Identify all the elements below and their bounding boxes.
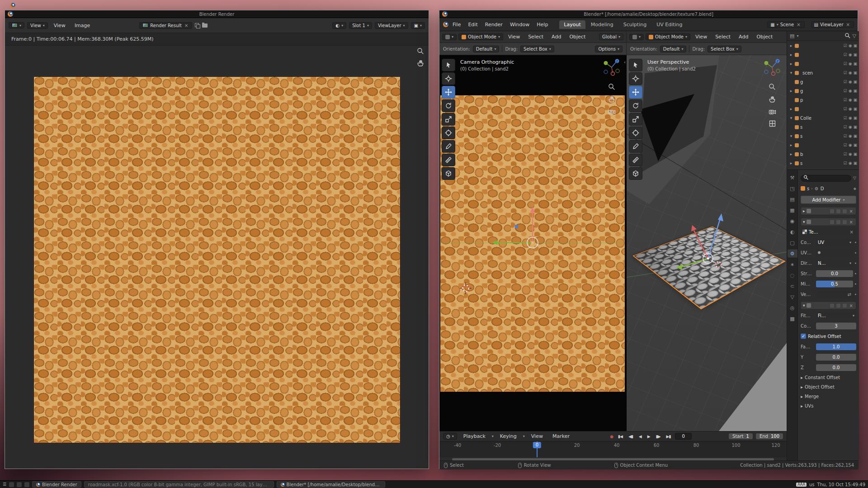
add-modifier-button[interactable]: Add Modifier ▾ — [801, 196, 856, 204]
uv-map-selector[interactable] — [816, 249, 853, 256]
animate-dot[interactable] — [855, 273, 856, 274]
scale-tool[interactable] — [442, 113, 455, 126]
checkbox-icon[interactable]: ☑ — [844, 152, 847, 156]
filter-icon[interactable]: ▽ — [853, 33, 856, 39]
taskbar-window-blender-main[interactable]: Blender* [/home/amalie/Desktop/blender/t… — [277, 481, 385, 488]
texture-selector[interactable]: Te… × — [801, 229, 856, 235]
outliner-row[interactable]: ▸ ☑ ◉ ▣ — [787, 41, 859, 50]
expander-icon[interactable]: ▾ — [789, 116, 793, 120]
menu-marker[interactable]: Marker — [549, 433, 573, 439]
editor-type-button[interactable]: ▾ — [9, 22, 24, 28]
vertex-group-selector[interactable]: ⇄ — [816, 291, 853, 298]
camera-view-icon[interactable] — [769, 108, 776, 116]
properties-tab[interactable]: ▩ — [788, 314, 797, 323]
drag-dropdown[interactable]: Select Box ▾ — [708, 46, 741, 52]
move-tool[interactable] — [442, 86, 455, 99]
input-indicator[interactable]: AAA — [796, 483, 807, 487]
transform-tool[interactable] — [442, 127, 455, 139]
render-visibility-icon[interactable]: ▣ — [853, 107, 857, 111]
taskbar-app-icon[interactable] — [17, 482, 22, 487]
expand-icon[interactable]: ▸ — [803, 209, 805, 213]
merge-section[interactable]: ▸ Merge — [801, 393, 856, 400]
image-canvas[interactable] — [5, 46, 429, 469]
collapse-icon[interactable]: ▾ — [803, 303, 805, 308]
fit-type-dropdown[interactable]: Fi… ▾ — [816, 312, 856, 319]
viewport-camera[interactable]: Camera Orthographic (0) Collection | san… — [439, 55, 627, 431]
menu-view[interactable]: View — [692, 34, 710, 40]
expander-icon[interactable]: ▸ — [789, 143, 793, 147]
constant-offset-section[interactable]: ▸ Constant Offset — [801, 374, 856, 381]
animate-dot[interactable] — [855, 252, 856, 253]
delete-modifier-icon[interactable]: × — [849, 303, 854, 308]
eye-icon[interactable]: ◉ — [849, 143, 852, 147]
checkbox-icon[interactable]: ☑ — [844, 61, 847, 66]
render-visibility-icon[interactable]: ▣ — [853, 116, 857, 120]
render-visibility-icon[interactable]: ▣ — [853, 52, 857, 57]
display-toggle-icon[interactable] — [830, 303, 835, 308]
render-visibility-icon[interactable]: ▣ — [853, 152, 857, 156]
slot-dropdown[interactable]: Slot 1 ▾ — [349, 22, 372, 29]
properties-tab[interactable]: ◌ — [788, 271, 797, 279]
timeline-ruler[interactable]: -40 -20 0 20 40 60 80 100 120 0 — [439, 441, 787, 457]
auto-key-record-icon[interactable]: ● — [610, 434, 613, 439]
array-modifier-header[interactable]: ▾ × — [801, 301, 856, 310]
properties-tab[interactable]: ◐ — [788, 228, 797, 236]
factor-z-field[interactable]: 0.0 — [816, 364, 856, 371]
prev-keyframe-button[interactable]: ◀▮ — [627, 434, 634, 439]
properties-tab[interactable]: ◳ — [788, 184, 797, 192]
animate-dot[interactable] — [855, 242, 856, 243]
uvs-section[interactable]: ▸ UVs — [801, 402, 856, 410]
checkbox-icon[interactable]: ☑ — [844, 89, 847, 93]
relative-offset-checkbox[interactable]: ✓ — [801, 333, 806, 339]
measure-tool[interactable] — [629, 154, 642, 166]
editor-type-button[interactable]: ▾ — [442, 34, 457, 40]
expander-icon[interactable]: ▸ — [789, 61, 793, 66]
expander-icon[interactable]: ▸ — [789, 107, 793, 111]
taskbar-window-blender-render[interactable]: Blender Render — [32, 481, 81, 488]
scene-selector[interactable]: ▦ ▾ Scene × — [767, 21, 804, 28]
search-icon[interactable] — [844, 33, 850, 40]
edit-toggle-icon[interactable] — [842, 303, 847, 308]
eye-icon[interactable]: ◉ — [849, 80, 852, 84]
render-visibility-icon[interactable]: ▣ — [853, 43, 857, 48]
object-offset-section[interactable]: ▸ Object Offset — [801, 383, 856, 391]
outliner-row[interactable]: p ☑ ◉ ▣ — [787, 95, 859, 104]
properties-tab[interactable]: ⊂ — [788, 282, 797, 290]
open-image-icon[interactable] — [202, 23, 208, 28]
outliner-row[interactable]: ▸ ☑ ◉ ▣ — [787, 104, 859, 113]
factor-x-field[interactable]: 1.0 — [816, 343, 856, 350]
menu-image[interactable]: Image — [71, 23, 93, 28]
eye-icon[interactable]: ◉ — [849, 152, 852, 156]
tab-layout[interactable]: Layout — [559, 20, 585, 29]
render-visibility-icon[interactable]: ▣ — [853, 98, 857, 102]
main-window-titlebar[interactable]: Blender* [/home/amalie/Desktop/blender/t… — [439, 10, 858, 18]
checkbox-icon[interactable]: ☑ — [844, 43, 847, 48]
move-gizmo[interactable] — [485, 205, 580, 282]
properties-tab[interactable]: ▦ — [788, 206, 797, 214]
pan-hand-icon[interactable] — [417, 60, 424, 68]
delete-modifier-icon[interactable]: × — [849, 220, 854, 225]
eye-icon[interactable]: ◉ — [849, 43, 852, 48]
checkbox-icon[interactable]: ☑ — [844, 134, 847, 138]
sidebar-collapse-icon[interactable]: ‹ — [624, 60, 626, 65]
taskbar-app-icon[interactable] — [24, 482, 29, 487]
rendered-texture-image[interactable] — [33, 76, 401, 443]
menu-add[interactable]: Add — [548, 34, 564, 40]
eye-icon[interactable]: ◉ — [849, 70, 852, 75]
expander-icon[interactable]: ▾ — [789, 134, 793, 138]
expander-icon[interactable]: ▸ — [789, 89, 793, 93]
mode-dropdown[interactable]: Object Mode ▾ — [458, 33, 503, 40]
search-input[interactable] — [801, 175, 851, 182]
checkbox-icon[interactable]: ☑ — [844, 161, 847, 165]
close-icon[interactable]: × — [796, 22, 801, 27]
close-icon[interactable]: × — [845, 22, 851, 27]
taskbar-app-icon[interactable] — [9, 482, 14, 487]
delete-modifier-icon[interactable]: × — [849, 209, 854, 214]
viewport-perspective[interactable]: User Perspective (0) Collection | sand2 — [627, 55, 787, 431]
menu-view[interactable]: View — [51, 23, 69, 28]
zoom-icon[interactable] — [769, 83, 776, 92]
properties-tab[interactable]: ◉ — [788, 217, 797, 225]
menu-file[interactable]: File — [449, 22, 464, 28]
render-channels-button[interactable]: ◐ ▾ — [332, 22, 346, 29]
axis-gizmo[interactable]: Z — [601, 57, 622, 79]
